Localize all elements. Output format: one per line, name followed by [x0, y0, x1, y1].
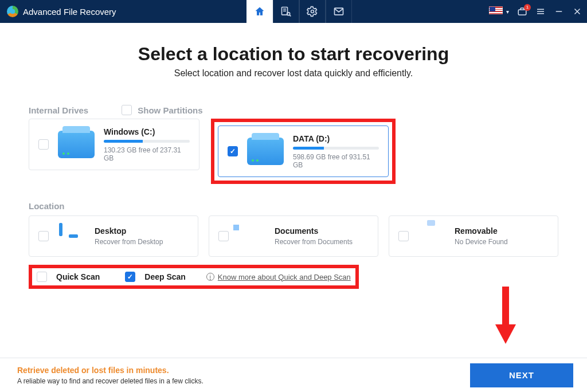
quick-scan-checkbox[interactable] [37, 272, 47, 282]
list-search-icon [280, 6, 292, 17]
hard-drive-icon [58, 131, 95, 158]
drive-d-usage-bar [293, 147, 324, 150]
location-desktop-desc: Recover from Desktop [95, 238, 163, 246]
footer-headline: Retrieve deleted or lost files in minute… [17, 366, 204, 375]
scan-info-link[interactable]: i Know more about Quick and Deep Scan [206, 273, 351, 281]
hard-drive-icon [247, 138, 284, 165]
home-icon [254, 6, 265, 17]
desktop-icon [59, 223, 62, 236]
toolbox-button[interactable]: 1 [517, 6, 527, 17]
drive-c-name: Windows (C:) [104, 127, 190, 136]
tab-mail[interactable] [326, 0, 352, 23]
close-button[interactable] [572, 6, 582, 17]
show-partitions-label: Show Partitions [138, 105, 202, 115]
deep-scan-checkbox[interactable] [125, 272, 135, 282]
tab-scan-results[interactable] [273, 0, 299, 23]
drive-card-c[interactable]: Windows (C:) 130.23 GB free of 237.31 GB [29, 119, 199, 170]
location-card-documents[interactable]: Documents Recover from Documents [209, 215, 378, 257]
drive-card-d[interactable]: DATA (D:) 598.69 GB free of 931.51 GB [218, 126, 389, 177]
annotation-highlight-drive: DATA (D:) 598.69 GB free of 931.51 GB [211, 119, 396, 184]
location-card-desktop[interactable]: Desktop Recover from Desktop [29, 215, 198, 257]
top-tabs [246, 0, 352, 23]
page-title: Select a location to start recovering [29, 44, 558, 65]
location-documents-name: Documents [275, 226, 353, 236]
info-icon: i [206, 273, 214, 281]
app-logo-icon [7, 6, 18, 17]
svg-point-5 [311, 10, 314, 13]
next-button[interactable]: NEXT [470, 363, 573, 387]
show-partitions-checkbox[interactable] [122, 105, 132, 115]
deep-scan-label: Deep Scan [144, 272, 186, 281]
tab-home[interactable] [246, 0, 273, 23]
app-title: Advanced File Recovery [23, 7, 116, 17]
svg-rect-7 [518, 10, 526, 15]
location-documents-checkbox[interactable] [218, 231, 229, 241]
menu-button[interactable] [535, 6, 546, 17]
location-removable-name: Removable [455, 226, 508, 236]
annotation-highlight-scan: Quick Scan Deep Scan i Know more about Q… [29, 265, 359, 289]
location-desktop-checkbox[interactable] [38, 231, 49, 241]
page-subtitle: Select location and recover lost data qu… [29, 68, 558, 79]
svg-marker-15 [495, 324, 516, 344]
location-removable-desc: No Device Found [455, 238, 508, 246]
close-icon [572, 6, 582, 17]
drive-d-name: DATA (D:) [293, 134, 379, 143]
svg-line-4 [289, 15, 291, 17]
titlebar: Advanced File Recovery ▾ 1 [0, 0, 587, 23]
hamburger-icon [535, 6, 546, 17]
internal-drives-label: Internal Drives [29, 105, 88, 115]
quick-scan-label: Quick Scan [56, 272, 100, 281]
toolbox-badge: 1 [524, 4, 531, 11]
drive-c-checkbox[interactable] [38, 139, 49, 150]
drive-d-checkbox[interactable] [228, 146, 238, 156]
drive-c-free: 130.23 GB free of 237.31 GB [104, 146, 190, 162]
gear-icon [307, 6, 318, 17]
drive-d-free: 598.69 GB free of 931.51 GB [293, 153, 379, 169]
location-card-removable[interactable]: Removable No Device Found [389, 215, 558, 257]
scan-info-link-text: Know more about Quick and Deep Scan [218, 273, 351, 281]
footer-desc: A reliable way to find and recover delet… [17, 377, 204, 385]
chevron-down-icon: ▾ [506, 9, 509, 15]
mail-icon [333, 6, 345, 17]
location-removable-checkbox[interactable] [398, 231, 409, 241]
drive-c-usage-bar [104, 140, 143, 143]
tab-settings[interactable] [299, 0, 326, 23]
flag-us-icon [489, 6, 503, 14]
location-label: Location [29, 201, 558, 211]
language-selector[interactable]: ▾ [489, 6, 509, 17]
minimize-button[interactable] [554, 6, 564, 17]
location-desktop-name: Desktop [95, 226, 163, 236]
footer: Retrieve deleted or lost files in minute… [0, 358, 587, 392]
location-documents-desc: Recover from Documents [275, 238, 353, 246]
annotation-arrow-icon [494, 287, 517, 344]
minimize-icon [554, 6, 564, 17]
